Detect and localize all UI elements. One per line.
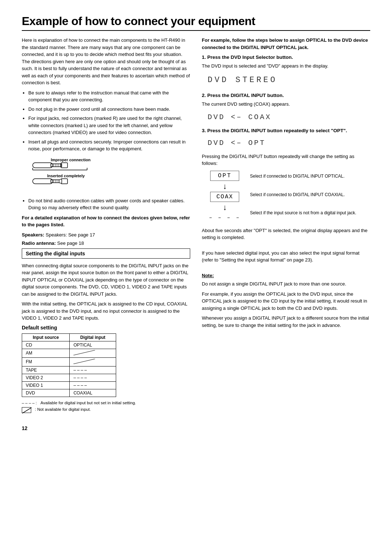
default-table: Input source Digital input CD OPTICAL AM xyxy=(22,333,116,397)
col-header-digital: Digital input xyxy=(70,333,116,341)
svg-line-22 xyxy=(22,408,32,413)
step2-heading: 2. Press the DIGITAL INPUT button. xyxy=(202,92,370,99)
bullet-item-3: For input jacks, red connectors (marked … xyxy=(28,115,190,136)
note-heading: Note: xyxy=(202,272,370,279)
table-header-row: Input source Digital input xyxy=(22,333,116,341)
bullet-list: Be sure to always refer to the instructi… xyxy=(28,89,190,153)
digital-video2: – – – – xyxy=(70,374,116,381)
speakers-value: Speakers: See page 17 xyxy=(46,232,95,238)
table-row: TAPE – – – – xyxy=(22,366,116,374)
page-title: Example of how to connect your equipment xyxy=(22,15,370,28)
input-am: AM xyxy=(22,349,70,357)
bullet-item-5: Do not bind audio connection cables with… xyxy=(28,197,190,211)
svg-line-21 xyxy=(73,359,95,364)
connector-svg: Improper connection Inserted completely xyxy=(29,156,116,193)
input-video1: VIDEO 1 xyxy=(22,381,70,389)
digital-cd: OPTICAL xyxy=(70,341,116,349)
note3-text: Whenever you assign a DIGITAL INPUT jack… xyxy=(202,315,370,329)
speakers-label: Speakers: xyxy=(22,232,44,238)
right-intro: For example, follow the steps below to a… xyxy=(202,37,370,51)
intro-text: Here is explanation of how to connect th… xyxy=(22,37,190,86)
opt-desc: Select if connected to DIGITAL INPUT OPT… xyxy=(250,173,356,179)
section-body-2: With the initial setting, the OPTICAL ja… xyxy=(22,300,190,322)
table-row: VIDEO 2 – – – – xyxy=(22,374,116,381)
svg-text:Improper connection: Improper connection xyxy=(51,158,91,162)
note2-text: For example, if you assign the OPTICAL j… xyxy=(202,291,370,312)
options-desc-col: Select if connected to DIGITAL INPUT OPT… xyxy=(250,171,356,222)
footnote-1: – – – – : Available for digital input bu… xyxy=(22,401,190,405)
default-setting-title: Default setting xyxy=(22,325,190,331)
input-tape: TAPE xyxy=(22,366,70,374)
section-body-1: When connecting digital source component… xyxy=(22,262,190,298)
diagonal-line-fm xyxy=(73,359,95,364)
footnote-dashes-text: Available for digital input but not set … xyxy=(41,401,136,405)
digital-am xyxy=(70,349,116,357)
coax-display: COAX xyxy=(210,192,239,202)
table-row: AM xyxy=(22,349,116,357)
step3-heading: 3. Press the DIGITAL INPUT button repeat… xyxy=(202,127,370,134)
radio-text: Radio antenna: See page 18 xyxy=(22,240,190,247)
bullet-item-4: Insert all plugs and connectors securely… xyxy=(28,138,190,153)
step1-lcd: DVD STEREO xyxy=(202,73,370,88)
note1-text: Do not assign a single DIGITAL INPUT jac… xyxy=(202,280,370,288)
coax-desc: Select if connected to DIGITAL INPUT COA… xyxy=(250,192,356,198)
svg-rect-19 xyxy=(60,179,62,183)
radio-label: Radio antenna: xyxy=(22,240,56,246)
step1-heading: 1. Press the DVD Input Selector button. xyxy=(202,54,370,61)
col-header-input: Input source xyxy=(22,333,70,341)
footnote-not-avail-text: : Not available for digital input. xyxy=(35,407,91,412)
opt-display: OPT xyxy=(210,171,239,181)
left-column: Here is explanation of how to connect th… xyxy=(22,37,190,414)
svg-text:Inserted completely: Inserted completely xyxy=(47,174,85,178)
input-cd: CD xyxy=(22,341,70,349)
diagonal-line-am xyxy=(73,350,95,355)
options-flow: OPT ↓ COAX ↓ – – – – xyxy=(205,171,244,222)
diagonal-cross-icon xyxy=(22,408,32,413)
speakers-text: Speakers: Speakers: See page 17 xyxy=(22,231,190,239)
bold-note: For a detailed explanation of how to con… xyxy=(22,214,190,228)
bullet-item-2: Do not plug in the power cord until all … xyxy=(28,106,190,113)
digital-fm xyxy=(70,357,116,366)
after-step3-text-2: If you have selected digital input, you … xyxy=(202,250,370,264)
step3-lcd: DVD <– OPT xyxy=(202,137,370,149)
after-step3-text: About five seconds after "OPT" is select… xyxy=(202,227,370,241)
svg-rect-1 xyxy=(33,163,53,168)
input-dvd: DVD xyxy=(22,389,70,397)
table-row: DVD COAXIAL xyxy=(22,389,116,397)
bullet-list-2: Do not bind audio connection cables with… xyxy=(28,197,190,211)
radio-value: See page 18 xyxy=(57,240,84,246)
title-divider xyxy=(22,30,370,31)
svg-rect-12 xyxy=(33,179,53,184)
not-avail-box xyxy=(22,407,31,413)
options-diagram: OPT ↓ COAX ↓ – – – – Select if connected… xyxy=(205,171,370,222)
digital-tape: – – – – xyxy=(70,366,116,374)
step2-lcd: DVD <– COAX xyxy=(202,111,370,123)
input-fm: FM xyxy=(22,357,70,366)
dashes-display: – – – – xyxy=(205,213,244,222)
digital-dvd: COAXIAL xyxy=(70,389,116,397)
digital-video1: – – – – xyxy=(70,381,116,389)
table-row: FM xyxy=(22,357,116,366)
section-header: Setting the digital inputs xyxy=(22,248,190,259)
right-column: For example, follow the steps below to a… xyxy=(202,37,370,414)
table-row: VIDEO 1 – – – – xyxy=(22,381,116,389)
main-content: Here is explanation of how to connect th… xyxy=(22,37,370,414)
page-footer: 12 xyxy=(22,425,370,431)
footnote-2: : Not available for digital input. xyxy=(22,407,190,413)
bullet-item-1: Be sure to always refer to the instructi… xyxy=(28,89,190,104)
step3-desc: Pressing the DIGITAL INPUT button repeat… xyxy=(202,153,370,167)
page-number: 12 xyxy=(22,425,28,431)
arrow-2: ↓ xyxy=(223,203,227,212)
step1-desc: The DVD input is selected and "DVD" appe… xyxy=(202,62,370,70)
footnote-dashes-symbol: – – – – : xyxy=(22,401,37,405)
step2-desc: The current DVD setting (COAX) appears. xyxy=(202,101,370,108)
input-video2: VIDEO 2 xyxy=(22,374,70,381)
svg-line-20 xyxy=(73,350,95,355)
dashes-desc: Select if the input source is not from a… xyxy=(250,210,356,216)
table-row: CD OPTICAL xyxy=(22,341,116,349)
table-body: CD OPTICAL AM FM xyxy=(22,341,116,397)
connector-diagram: Improper connection Inserted completely xyxy=(29,156,190,194)
arrow-1: ↓ xyxy=(223,182,227,191)
